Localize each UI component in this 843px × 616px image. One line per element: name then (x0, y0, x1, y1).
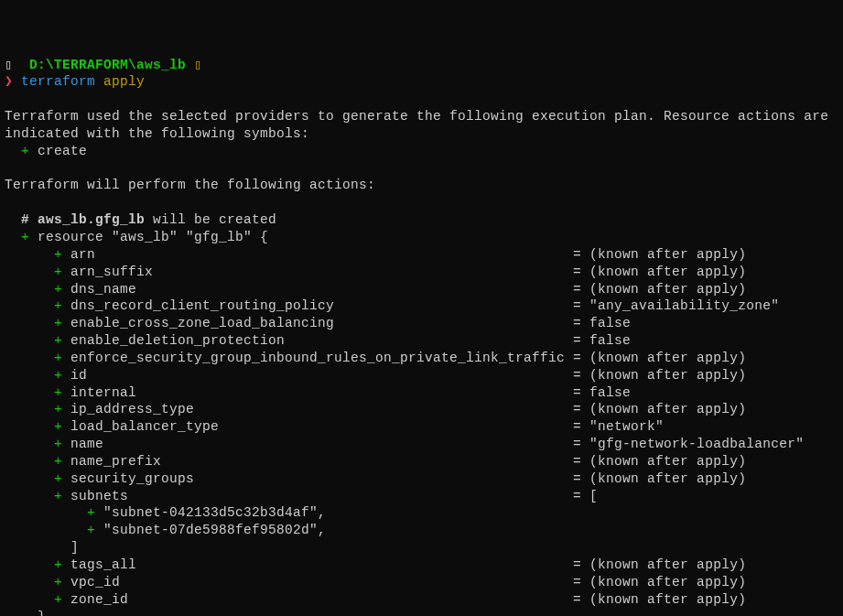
close-brace: } (5, 609, 838, 616)
attr-line: + name_prefix = (known after apply) (5, 453, 838, 470)
subnets-close-line: ] (5, 539, 838, 557)
attr-security_groups: security_groups = (known after apply) (62, 471, 746, 486)
resource-name: aws_lb.gfg_lb (38, 212, 145, 227)
prompt-arrow: ❯ (5, 74, 13, 89)
attr-line: + tags_all = (known after apply) (5, 557, 838, 574)
subnet-line-1: + "subnet-042133d5c32b3d4af", (5, 504, 838, 522)
command-name[interactable]: terraform (21, 74, 95, 89)
attr-name_prefix: name_prefix = (known after apply) (62, 454, 746, 469)
attr-line: + load_balancer_type = "network" (5, 418, 838, 436)
subnets-open: + subnets = [ (5, 488, 838, 505)
attr-line: + dns_name = (known after apply) (5, 281, 838, 298)
resource-declaration: resource "aws_lb" "gfg_lb" { (29, 230, 268, 244)
plus-icon: + (5, 575, 62, 589)
attr-arn_suffix: arn_suffix = (known after apply) (62, 265, 746, 279)
resource-comment: # aws_lb.gfg_lb will be created (5, 211, 838, 229)
plus-icon: + (5, 265, 62, 279)
plus-icon: + (5, 333, 62, 348)
create-text: create (29, 144, 87, 158)
plus-icon: + (5, 385, 62, 400)
prompt-path: D:\TERRAFORM\aws_lb (29, 58, 186, 72)
attr-zone_id: zone_id = (known after apply) (62, 592, 746, 607)
attr-line: + enforce_security_group_inbound_rules_o… (5, 350, 838, 367)
plus-icon: + (5, 505, 95, 520)
plus-icon: + (5, 298, 62, 313)
intro-line-2: indicated with the following symbols: (5, 125, 838, 143)
attr-line: + id = (known after apply) (5, 367, 838, 384)
subnet-line-2: + "subnet-07de5988fef95802d", (5, 522, 838, 539)
plus-icon: + (5, 247, 62, 262)
attr-tags_all: tags_all = (known after apply) (62, 557, 746, 572)
attr-dns_record_client_routing_policy: dns_record_client_routing_policy = "any_… (62, 298, 779, 313)
plus-icon: + (5, 368, 62, 383)
create-symbol: + (5, 144, 29, 158)
attr-internal: internal = false (62, 385, 631, 400)
attr-line: + security_groups = (known after apply) (5, 470, 838, 488)
intro-text-1: Terraform used the selected providers to… (5, 109, 828, 124)
attr-enable_cross_zone_load_balancing: enable_cross_zone_load_balancing = false (62, 316, 631, 330)
actions-header-line: Terraform will perform the following act… (5, 177, 838, 194)
plus-icon: + (5, 316, 62, 330)
plus-icon: + (5, 471, 62, 486)
attr-vpc_id: vpc_id = (known after apply) (62, 575, 746, 589)
actions-header: Terraform will perform the following act… (5, 178, 375, 192)
terminal-output: ▯ D:\TERRAFORM\aws_lb ▯❯ terraform apply… (5, 57, 838, 616)
attr-line: + arn_suffix = (known after apply) (5, 264, 838, 281)
attr-line: + internal = false (5, 384, 838, 402)
resource-open: + resource "aws_lb" "gfg_lb" { (5, 229, 838, 246)
plus-icon: + (5, 557, 62, 572)
attr-load_balancer_type: load_balancer_type = "network" (62, 419, 664, 434)
prompt-line-2: ❯ terraform apply (5, 73, 838, 91)
plus-icon: + (5, 592, 62, 607)
prompt-cursor: ▯ (194, 58, 202, 72)
plus-icon: + (5, 489, 62, 503)
attr-line: + vpc_id = (known after apply) (5, 574, 838, 591)
attr-line: + ip_address_type = (known after apply) (5, 401, 838, 418)
intro-text-2: indicated with the following symbols: (5, 126, 309, 141)
attr-line: + zone_id = (known after apply) (5, 591, 838, 609)
attr-line: + dns_record_client_routing_policy = "an… (5, 297, 838, 315)
attr-line: + name = "gfg-network-loadbalancer" (5, 436, 838, 453)
attr-arn: arn = (known after apply) (62, 247, 746, 262)
create-legend: + create (5, 143, 838, 160)
subnet-1: "subnet-042133d5c32b3d4af", (95, 505, 326, 520)
plus-icon: + (5, 437, 62, 451)
attr-line: + enable_deletion_protection = false (5, 332, 838, 350)
attr-line: + enable_cross_zone_load_balancing = fal… (5, 315, 838, 332)
attr-enforce_security_group_inbound_rules_on_private_link_traffic: enforce_security_group_inbound_rules_on_… (62, 351, 746, 365)
attr-line: + arn = (known after apply) (5, 246, 838, 264)
resource-close: } (5, 610, 46, 616)
subnet-2: "subnet-07de5988fef95802d", (95, 523, 326, 537)
attr-dns_name: dns_name = (known after apply) (62, 282, 746, 297)
plus-icon: + (5, 230, 29, 244)
attr-name: name = "gfg-network-loadbalancer" (62, 437, 804, 451)
plus-icon: + (5, 454, 62, 469)
plus-icon: + (5, 282, 62, 297)
plus-icon: + (5, 419, 62, 434)
subnets-close: ] (5, 540, 79, 555)
plus-icon: + (5, 523, 95, 537)
command-arg[interactable]: apply (103, 74, 145, 89)
plus-icon: + (5, 402, 62, 416)
attr-enable_deletion_protection: enable_deletion_protection = false (62, 333, 631, 348)
attr-id: id = (known after apply) (62, 368, 746, 383)
plus-icon: + (5, 351, 62, 365)
prompt-line-1: ▯ D:\TERRAFORM\aws_lb ▯ (5, 57, 838, 74)
prompt-icon: ▯ (5, 58, 13, 72)
attr-subnets: subnets = [ (62, 489, 598, 503)
attr-ip_address_type: ip_address_type = (known after apply) (62, 402, 746, 416)
intro-line-1: Terraform used the selected providers to… (5, 108, 838, 125)
